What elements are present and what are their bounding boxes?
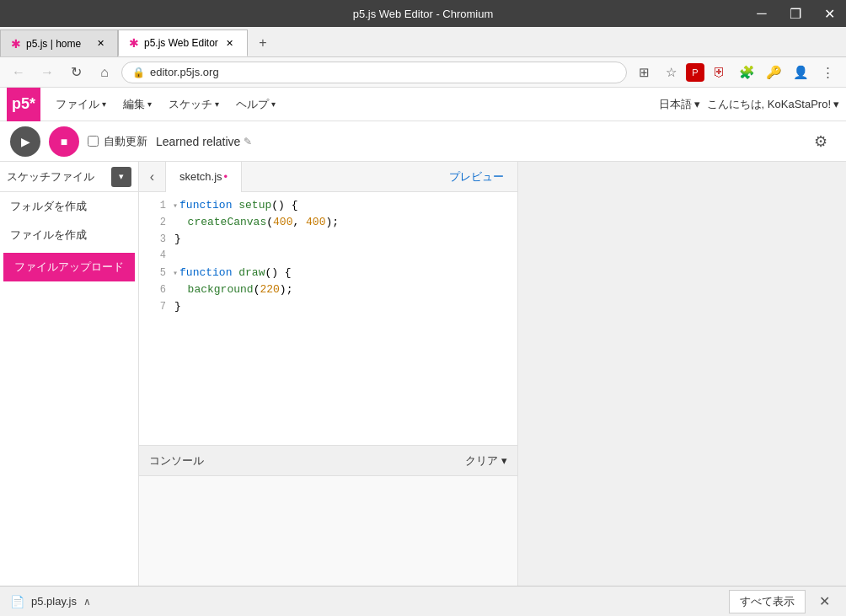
language-label: 日本語: [659, 97, 692, 112]
menu-edit[interactable]: 編集 ▾: [115, 88, 160, 121]
menu-help[interactable]: ヘルプ ▾: [228, 88, 284, 121]
menu-file[interactable]: ファイル ▾: [47, 88, 115, 121]
editor-back-button[interactable]: ‹: [139, 162, 166, 192]
menu-sketch-arrow: ▾: [215, 99, 219, 109]
code-content-6: background(220);: [174, 283, 292, 296]
stop-icon: ■: [61, 135, 67, 148]
code-line-7: 7 }: [139, 300, 517, 317]
password-icon[interactable]: 🔑: [762, 61, 785, 84]
tab-p5js-home[interactable]: ✱ p5.js | home ✕: [0, 29, 118, 56]
tab-close-2[interactable]: ✕: [223, 36, 237, 50]
back-button[interactable]: ←: [7, 61, 30, 84]
editor-area: ‹ sketch.js• プレビュー 1 ▾ function setup() …: [139, 162, 517, 586]
browser-title: p5.js Web Editor - Chromium: [353, 8, 494, 20]
language-selector[interactable]: 日本語 ▾: [659, 97, 700, 112]
line-number-3: 3: [146, 233, 166, 245]
app-logo: p5*: [7, 88, 40, 121]
tab-p5js-editor[interactable]: ✱ p5.js Web Editor ✕: [118, 29, 248, 56]
code-content-3: }: [174, 233, 181, 245]
console-clear-button[interactable]: クリア ▾: [465, 453, 507, 469]
url-box[interactable]: 🔒 editor.p5js.org: [121, 62, 627, 83]
close-button[interactable]: ✕: [812, 0, 846, 27]
editor-tab-bar: ‹ sketch.js• プレビュー: [139, 162, 517, 192]
back-chevron-icon: ‹: [150, 169, 154, 185]
console-clear-label: クリア: [465, 453, 498, 469]
profile-icon[interactable]: 👤: [789, 61, 812, 84]
bottom-file-icon: 📄: [10, 595, 24, 608]
code-line-5: 5 ▾ function draw() {: [139, 266, 517, 283]
line-number-6: 6: [146, 284, 166, 296]
home-button[interactable]: ⌂: [93, 61, 116, 84]
sketch-name-edit-icon[interactable]: ✎: [244, 136, 252, 147]
window-controls: ─ ❐ ✕: [745, 0, 846, 27]
code-content-5: function draw() {: [179, 266, 292, 279]
editor-file-tab[interactable]: sketch.js•: [166, 162, 242, 192]
auto-refresh-toggle: 自動更新: [88, 134, 147, 149]
code-content-7: }: [174, 300, 181, 313]
preview-panel: [517, 162, 846, 586]
main-layout: スケッチファイル ▾ フォルダを作成 ファイルを作成 ファイルアップロード ‹ …: [0, 162, 846, 586]
user-greeting[interactable]: こんにちは, KoKaStaPro! ▾: [707, 97, 839, 112]
menu-file-arrow: ▾: [102, 99, 106, 109]
browser-title-bar: p5.js Web Editor - Chromium ─ ❐ ✕: [0, 0, 846, 27]
bottom-expand-arrow[interactable]: ∧: [83, 596, 91, 608]
code-line-4: 4: [139, 249, 517, 266]
upload-file-item[interactable]: ファイルアップロード: [3, 253, 135, 281]
extension-icon-1[interactable]: P: [686, 63, 704, 82]
code-content-1: function setup() {: [179, 199, 297, 212]
create-folder-item[interactable]: フォルダを作成: [0, 192, 138, 221]
auto-refresh-label: 自動更新: [104, 134, 147, 149]
code-editor[interactable]: 1 ▾ function setup() { 2 createCanvas(40…: [139, 192, 517, 445]
menu-sketch[interactable]: スケッチ ▾: [160, 88, 228, 121]
line-number-1: 1: [146, 200, 166, 212]
maximize-button[interactable]: ❐: [779, 0, 812, 27]
console-area: コンソール クリア ▾: [139, 445, 517, 586]
bottom-close-button[interactable]: ✕: [812, 590, 836, 613]
fold-arrow-5[interactable]: ▾: [173, 268, 178, 278]
minimize-button[interactable]: ─: [745, 0, 779, 27]
editor-tab-modified: •: [224, 170, 228, 183]
bottom-filename: p5.play.js: [31, 595, 77, 608]
toolbar: ▶ ■ 自動更新 Learned relative ✎ ⚙: [0, 121, 846, 162]
menu-file-label: ファイル: [56, 97, 99, 112]
line-number-4: 4: [146, 249, 166, 261]
code-line-6: 6 background(220);: [139, 283, 517, 300]
play-icon: ▶: [21, 135, 30, 148]
auto-refresh-checkbox[interactable]: [88, 136, 99, 147]
file-panel: スケッチファイル ▾ フォルダを作成 ファイルを作成 ファイルアップロード: [0, 162, 139, 586]
file-panel-dropdown[interactable]: ▾: [111, 167, 131, 187]
play-button[interactable]: ▶: [10, 126, 40, 157]
menu-icon[interactable]: ⋮: [816, 61, 839, 84]
forward-button[interactable]: →: [35, 61, 59, 84]
bottom-right: すべて表示 ✕: [729, 590, 836, 613]
tab-close-1[interactable]: ✕: [94, 37, 107, 51]
bookmark-icon[interactable]: ☆: [659, 61, 683, 84]
stop-button[interactable]: ■: [49, 126, 79, 157]
fold-arrow-1[interactable]: ▾: [173, 201, 178, 211]
app-bar: p5* ファイル ▾ 編集 ▾ スケッチ ▾ ヘルプ ▾ 日本語 ▾ こんにちは…: [0, 88, 846, 121]
settings-button[interactable]: ⚙: [806, 126, 836, 157]
app-bar-right: 日本語 ▾ こんにちは, KoKaStaPro! ▾: [659, 97, 839, 112]
menu-help-arrow: ▾: [271, 99, 276, 109]
address-icons: ⊞ ☆ P ⛨ 🧩 🔑 👤 ⋮: [632, 61, 839, 84]
reload-button[interactable]: ↻: [64, 61, 88, 84]
translate-icon[interactable]: ⊞: [632, 61, 656, 84]
preview-label: プレビュー: [436, 169, 517, 185]
settings-icon: ⚙: [814, 132, 827, 151]
console-body: [139, 476, 517, 586]
create-file-item[interactable]: ファイルを作成: [0, 221, 138, 249]
url-text: editor.p5js.org: [150, 66, 616, 78]
code-line-1: 1 ▾ function setup() {: [139, 199, 517, 216]
new-tab-button[interactable]: +: [248, 29, 278, 56]
greeting-text: こんにちは, KoKaStaPro!: [707, 97, 831, 112]
extension-icon-3[interactable]: 🧩: [735, 61, 758, 84]
file-panel-title: スケッチファイル: [7, 169, 108, 185]
code-content-2: createCanvas(400, 400);: [174, 216, 339, 228]
logo-text: p5*: [12, 95, 35, 113]
show-all-button[interactable]: すべて表示: [729, 590, 806, 613]
editor-tab-label: sketch.js: [179, 170, 222, 183]
language-arrow: ▾: [694, 98, 700, 110]
extension-icon-2[interactable]: ⛨: [708, 61, 731, 84]
line-number-5: 5: [146, 267, 166, 279]
code-line-3: 3 }: [139, 233, 517, 249]
